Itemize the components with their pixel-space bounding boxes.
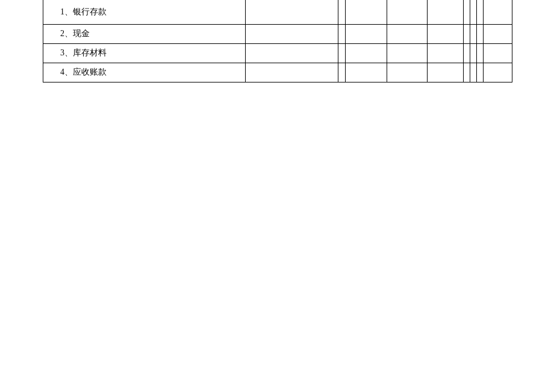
table-row: 4、应收账款: [43, 63, 512, 82]
cell-empty: [346, 24, 387, 43]
cell-empty: [428, 43, 464, 63]
cell-empty: [484, 43, 512, 63]
cell-empty: [470, 63, 477, 82]
cell-empty: [464, 24, 470, 43]
cell-empty: [470, 0, 477, 24]
row-label: 3、库存材料: [43, 43, 246, 63]
cell-empty: [387, 24, 428, 43]
accounting-table: 1、银行存款 2、现金: [43, 0, 512, 82]
cell-empty: [346, 0, 387, 24]
cell-empty: [428, 24, 464, 43]
table-row: 2、现金: [43, 24, 512, 43]
table-container: 1、银行存款 2、现金: [43, 0, 512, 82]
cell-empty: [464, 0, 470, 24]
cell-empty: [338, 63, 346, 82]
cell-empty: [338, 24, 346, 43]
row-label: 4、应收账款: [43, 63, 246, 82]
cell-empty: [428, 63, 464, 82]
table-row: 1、银行存款: [43, 0, 512, 24]
cell-empty: [464, 63, 470, 82]
cell-empty: [464, 43, 470, 63]
cell-empty: [246, 63, 338, 82]
cell-empty: [484, 63, 512, 82]
row-label: 1、银行存款: [43, 0, 246, 24]
cell-empty: [338, 0, 346, 24]
cell-empty: [246, 24, 338, 43]
cell-empty: [246, 43, 338, 63]
cell-empty: [346, 43, 387, 63]
document-page: 1、银行存款 2、现金: [0, 0, 554, 392]
cell-empty: [477, 43, 484, 63]
cell-empty: [246, 0, 338, 24]
cell-empty: [387, 63, 428, 82]
cell-empty: [484, 0, 512, 24]
cell-empty: [428, 0, 464, 24]
cell-empty: [484, 24, 512, 43]
cell-empty: [477, 24, 484, 43]
cell-empty: [387, 43, 428, 63]
cell-empty: [470, 43, 477, 63]
cell-empty: [346, 63, 387, 82]
cell-empty: [338, 43, 346, 63]
table-row: 3、库存材料: [43, 43, 512, 63]
cell-empty: [470, 24, 477, 43]
cell-empty: [387, 0, 428, 24]
cell-empty: [477, 63, 484, 82]
row-label: 2、现金: [43, 24, 246, 43]
cell-empty: [477, 0, 484, 24]
